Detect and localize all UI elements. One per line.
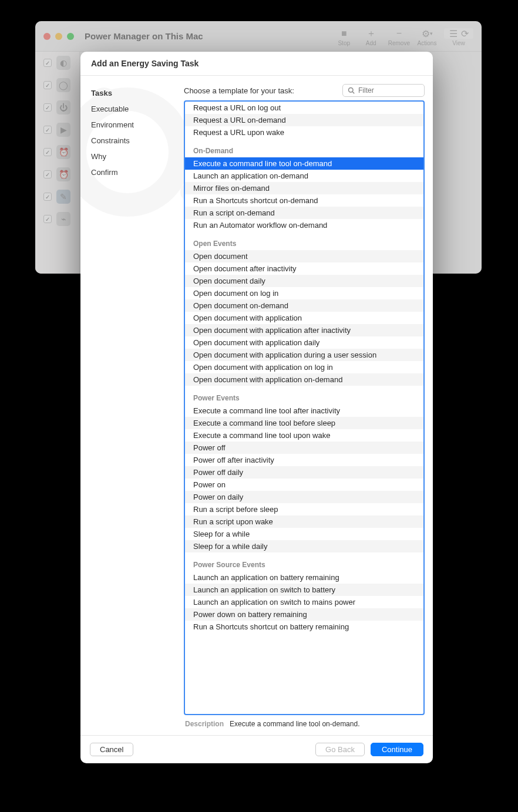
template-row[interactable]: Mirror files on-demand <box>185 182 423 194</box>
description-text: Execute a command line tool on-demand. <box>230 720 359 728</box>
template-row[interactable]: Open document with application during a … <box>185 349 423 361</box>
template-row[interactable]: Power off <box>185 442 423 454</box>
filter-input[interactable] <box>358 86 419 95</box>
template-row[interactable]: Execute a command line tool after inacti… <box>185 405 423 417</box>
group-header: On-Demand <box>185 139 423 157</box>
template-row[interactable]: Run a script on-demand <box>185 207 423 219</box>
template-row[interactable]: Open document on log in <box>185 287 423 299</box>
sheet-title: Add an Energy Saving Task <box>80 52 433 76</box>
wizard-step-why[interactable]: Why <box>91 149 177 164</box>
template-row[interactable]: Execute a command line tool upon wake <box>185 429 423 442</box>
template-row[interactable]: Request a URL on-demand <box>185 114 423 126</box>
template-row[interactable]: Execute a command line tool on-demand <box>185 157 423 170</box>
template-row[interactable]: Power on <box>185 479 423 491</box>
group-header: Power Source Events <box>185 552 423 571</box>
sheet-footer: Cancel Go Back Continue <box>80 735 433 763</box>
wizard-step-executable[interactable]: Executable <box>91 101 177 117</box>
template-row[interactable]: Open document <box>185 250 423 262</box>
cancel-button[interactable]: Cancel <box>90 743 133 756</box>
wizard-step-constraints[interactable]: Constraints <box>91 133 177 149</box>
template-row[interactable]: Run an Automator workflow on-demand <box>185 219 423 231</box>
template-row[interactable]: Run a Shortcuts shortcut on-demand <box>185 194 423 207</box>
group-header: Open Events <box>185 231 423 250</box>
template-row[interactable]: Open document daily <box>185 275 423 287</box>
template-panel: Choose a template for your task: Request… <box>181 76 433 735</box>
continue-button[interactable]: Continue <box>371 743 423 756</box>
wizard-step-tasks[interactable]: Tasks <box>91 85 177 101</box>
template-row[interactable]: Request a URL upon wake <box>185 126 423 139</box>
template-row[interactable]: Power down on battery remaining <box>185 608 423 621</box>
description-label: Description <box>185 720 224 728</box>
template-row[interactable]: Sleep for a while <box>185 528 423 540</box>
template-row[interactable]: Open document with application on-demand <box>185 373 423 386</box>
template-row[interactable]: Run a script before sleep <box>185 503 423 515</box>
svg-line-5 <box>352 92 354 93</box>
template-list[interactable]: Request a URL on log outRequest a URL on… <box>184 100 425 715</box>
add-task-sheet: Add an Energy Saving Task TasksExecutabl… <box>80 52 433 763</box>
wizard-step-environment[interactable]: Environment <box>91 117 177 133</box>
template-row[interactable]: Launch an application on battery remaini… <box>185 571 423 584</box>
filter-search[interactable] <box>342 84 425 97</box>
template-row[interactable]: Sleep for a while daily <box>185 540 423 552</box>
template-row[interactable]: Request a URL on log out <box>185 102 423 114</box>
template-row[interactable]: Launch an application on switch to mains… <box>185 596 423 608</box>
template-row[interactable]: Run a Shortcuts shortcut on battery rema… <box>185 621 423 633</box>
template-row[interactable]: Power on daily <box>185 491 423 503</box>
wizard-steps: TasksExecutableEnvironmentConstraintsWhy… <box>80 76 181 735</box>
template-row[interactable]: Launch an application on switch to batte… <box>185 584 423 596</box>
template-row[interactable]: Power off after inactivity <box>185 454 423 466</box>
wizard-step-confirm[interactable]: Confirm <box>91 164 177 180</box>
template-row[interactable]: Open document with application on log in <box>185 361 423 373</box>
go-back-button: Go Back <box>315 743 365 756</box>
svg-point-4 <box>349 88 354 93</box>
template-row[interactable]: Power off daily <box>185 466 423 479</box>
group-header: Power Events <box>185 386 423 405</box>
template-row[interactable]: Open document with application after ina… <box>185 324 423 336</box>
template-row[interactable]: Open document on-demand <box>185 299 423 312</box>
template-row[interactable]: Open document after inactivity <box>185 262 423 275</box>
template-row[interactable]: Open document with application <box>185 312 423 324</box>
template-row[interactable]: Execute a command line tool before sleep <box>185 417 423 429</box>
description-row: Description Execute a command line tool … <box>184 715 425 730</box>
template-row[interactable]: Open document with application daily <box>185 336 423 349</box>
template-row[interactable]: Run a script upon wake <box>185 515 423 528</box>
template-row[interactable]: Launch an application on-demand <box>185 170 423 182</box>
search-icon <box>348 87 355 94</box>
template-prompt: Choose a template for your task: <box>184 86 294 95</box>
